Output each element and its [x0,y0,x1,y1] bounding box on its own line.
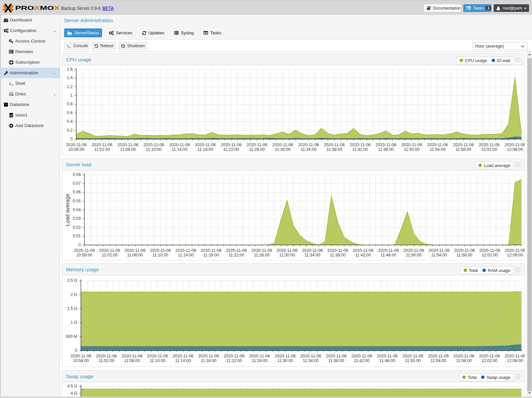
svg-text:2020-11-06: 2020-11-06 [122,354,142,358]
svg-text:2020-11-06: 2020-11-06 [275,354,296,358]
svg-text:2020-11-06: 2020-11-06 [221,143,241,147]
svg-text:11:54:00: 11:54:00 [431,253,447,257]
svg-text:2020-11-06: 2020-11-06 [403,248,424,253]
svg-text:2020-11-06: 2020-11-06 [118,143,138,147]
svg-text:2020-11-06: 2020-11-06 [124,248,145,253]
svg-text:2020-11-06: 2020-11-06 [327,248,348,253]
svg-text:1.5 G: 1.5 G [67,306,77,311]
svg-text:11:30:00: 11:30:00 [275,147,291,152]
svg-text:2020-11-06: 2020-11-06 [169,143,190,147]
svg-text:2020-11-06: 2020-11-06 [201,248,222,253]
svg-text:11:02:00: 11:02:00 [94,147,110,152]
svg-text:0.08: 0.08 [73,172,81,177]
svg-text:2020-11-06: 2020-11-06 [277,248,298,253]
svg-text:2020-11-06: 2020-11-06 [226,248,247,253]
svg-text:0.8: 0.8 [67,102,73,106]
svg-text:11:38:00: 11:38:00 [328,358,344,363]
svg-text:11:42:00: 11:42:00 [352,147,368,152]
svg-text:2020-11-06: 2020-11-06 [350,143,371,147]
svg-text:2020-11-06: 2020-11-06 [353,248,373,253]
svg-text:11:18:00: 11:18:00 [203,253,219,257]
svg-text:0.02: 0.02 [73,225,81,230]
svg-text:2020-11-06: 2020-11-06 [453,143,474,147]
svg-text:11:06:00: 11:06:00 [120,147,136,152]
svg-text:11:02:00: 11:02:00 [102,253,118,257]
svg-text:2020-11-06: 2020-11-06 [224,354,244,358]
svg-text:2020-11-06: 2020-11-06 [272,143,293,147]
svg-text:11:58:00: 11:58:00 [455,147,471,152]
svg-text:500 M: 500 M [66,334,77,339]
svg-text:2020-11-06: 2020-11-06 [198,354,219,358]
svg-text:4 G: 4 G [71,391,77,396]
svg-text:11:54:00: 11:54:00 [431,358,446,363]
svg-text:11:42:00: 11:42:00 [355,253,371,257]
svg-text:2020-11-06: 2020-11-06 [401,143,422,147]
svg-text:11:14:00: 11:14:00 [175,358,191,363]
svg-text:0.04: 0.04 [73,208,81,212]
svg-text:10:58:00: 10:58:00 [73,358,89,363]
svg-text:2020-11-06: 2020-11-06 [324,143,345,147]
svg-text:12:02:00: 12:02:00 [481,147,497,152]
svg-text:2020-11-06: 2020-11-06 [150,248,171,253]
svg-text:11:50:00: 11:50:00 [404,147,420,152]
svg-text:0: 0 [75,348,77,353]
svg-text:0.01: 0.01 [73,234,81,238]
svg-text:0: 0 [79,243,81,247]
svg-text:2020-11-06: 2020-11-06 [377,354,398,358]
svg-text:1: 1 [70,93,73,98]
svg-text:2020-11-06: 2020-11-06 [403,354,423,358]
svg-text:2020-11-06: 2020-11-06 [173,354,194,358]
svg-text:2020-11-06: 2020-11-06 [429,248,449,253]
svg-text:2020-11-06: 2020-11-06 [479,143,500,147]
svg-text:0.4: 0.4 [67,119,73,124]
svg-text:2020-11-06: 2020-11-06 [428,354,449,358]
svg-text:11:18:00: 11:18:00 [201,358,217,363]
svg-text:11:02:00: 11:02:00 [98,358,114,363]
svg-text:1.6: 1.6 [67,67,73,72]
svg-text:0.6: 0.6 [67,111,73,115]
svg-text:0.03: 0.03 [73,216,81,221]
svg-text:0.05: 0.05 [73,199,81,203]
svg-text:2020-11-06: 2020-11-06 [505,248,525,253]
svg-text:2020-11-06: 2020-11-06 [175,248,196,253]
svg-text:2020-11-06: 2020-11-06 [505,354,525,358]
svg-text:11:38:00: 11:38:00 [327,147,342,152]
svg-text:2020-11-06: 2020-11-06 [74,248,95,253]
svg-text:11:06:00: 11:06:00 [127,253,143,257]
svg-text:11:50:00: 11:50:00 [406,253,422,257]
svg-text:11:26:00: 11:26:00 [249,147,265,152]
svg-text:11:46:00: 11:46:00 [378,147,394,152]
svg-text:2020-11-06: 2020-11-06 [147,354,168,358]
svg-text:2020-11-06: 2020-11-06 [454,248,475,253]
svg-text:12:06:00: 12:06:00 [507,253,523,257]
svg-text:Load average: Load average [65,194,70,226]
svg-text:11:10:00: 11:10:00 [146,147,162,152]
svg-text:11:14:00: 11:14:00 [172,147,188,152]
svg-text:2020-11-06: 2020-11-06 [246,143,267,147]
svg-text:2020-11-06: 2020-11-06 [92,143,113,147]
svg-text:10:58:00: 10:58:00 [76,253,92,257]
svg-text:2020-11-06: 2020-11-06 [300,354,321,358]
svg-text:2020-11-06: 2020-11-06 [70,354,91,358]
svg-text:11:22:00: 11:22:00 [223,147,239,152]
svg-text:11:30:00: 11:30:00 [277,358,293,363]
svg-text:4.5 G: 4.5 G [67,384,77,388]
svg-text:2.5 G: 2.5 G [67,278,77,283]
svg-text:11:26:00: 11:26:00 [252,358,267,363]
svg-text:12:02:00: 12:02:00 [481,358,498,363]
svg-text:2 G: 2 G [71,292,77,297]
svg-text:2020-11-06: 2020-11-06 [375,143,396,147]
svg-text:11:58:00: 11:58:00 [456,358,472,363]
svg-text:11:10:00: 11:10:00 [153,253,168,257]
svg-text:1 G: 1 G [71,320,77,325]
svg-text:12:06:00: 12:06:00 [507,147,523,152]
svg-text:0.2: 0.2 [67,128,73,133]
svg-text:11:54:00: 11:54:00 [430,147,445,152]
svg-text:11:30:00: 11:30:00 [279,253,295,257]
svg-text:11:50:00: 11:50:00 [405,358,421,363]
svg-text:2020-11-06: 2020-11-06 [195,143,216,147]
svg-text:11:26:00: 11:26:00 [254,253,270,257]
svg-text:2020-11-06: 2020-11-06 [143,143,164,147]
svg-text:1.2: 1.2 [67,84,73,89]
svg-text:2020-11-06: 2020-11-06 [298,143,319,147]
